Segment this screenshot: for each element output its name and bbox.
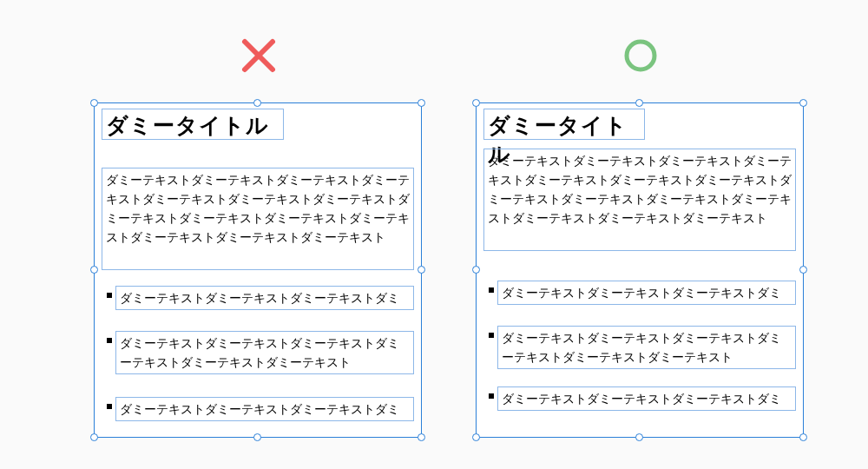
list-item-text: ダミーテキストダミーテキストダミーテキストダミーテキストダミーテキストダミーテキ… xyxy=(115,331,414,374)
resize-handle[interactable] xyxy=(472,433,480,441)
resize-handle[interactable] xyxy=(253,433,261,441)
resize-handle[interactable] xyxy=(90,433,98,441)
resize-handle[interactable] xyxy=(635,433,643,441)
title-text: ダミータイトル xyxy=(102,109,283,142)
circle-mark-icon xyxy=(621,36,660,75)
list-item-text: ダミーテキストダミーテキストダミーテキストダミーテキストダミーテキストダミーテキ… xyxy=(497,326,796,369)
resize-handle[interactable] xyxy=(253,99,261,107)
list-item-frame[interactable]: ダミーテキストダミーテキストダミーテキストダミ xyxy=(483,281,796,305)
list-item-frame[interactable]: ダミーテキストダミーテキストダミーテキストダミーテキストダミーテキストダミーテキ… xyxy=(483,326,796,369)
list-item-frame[interactable]: ダミーテキストダミーテキストダミーテキストダミ xyxy=(102,397,414,421)
resize-handle[interactable] xyxy=(418,99,425,107)
resize-handle[interactable] xyxy=(90,99,98,107)
list-item-text: ダミーテキストダミーテキストダミーテキストダミ xyxy=(497,281,796,305)
list-item-text: ダミーテキストダミーテキストダミーテキストダミ xyxy=(115,286,414,310)
title-text-frame[interactable]: ダミータイトル xyxy=(483,109,645,140)
resize-handle[interactable] xyxy=(635,99,643,107)
svg-point-2 xyxy=(627,42,654,69)
resize-handle[interactable] xyxy=(418,433,425,441)
list-item-frame[interactable]: ダミーテキストダミーテキストダミーテキストダミーテキストダミーテキストダミーテキ… xyxy=(102,331,414,374)
text-frame-bad-example[interactable]: ダミータイトル ダミーテキストダミーテキストダミーテキストダミーテキストダミーテ… xyxy=(94,102,422,438)
list-item-text: ダミーテキストダミーテキストダミーテキストダミ xyxy=(497,386,796,411)
title-text-frame[interactable]: ダミータイトル xyxy=(102,109,284,140)
body-text-frame[interactable]: ダミーテキストダミーテキストダミーテキストダミーテキストダミーテキストダミーテキ… xyxy=(483,149,796,251)
list-item-frame[interactable]: ダミーテキストダミーテキストダミーテキストダミ xyxy=(483,386,796,411)
resize-handle[interactable] xyxy=(472,266,480,274)
body-text: ダミーテキストダミーテキストダミーテキストダミーテキストダミーテキストダミーテキ… xyxy=(488,151,792,228)
body-text-frame[interactable]: ダミーテキストダミーテキストダミーテキストダミーテキストダミーテキストダミーテキ… xyxy=(102,168,414,270)
resize-handle[interactable] xyxy=(799,266,807,274)
resize-handle[interactable] xyxy=(472,99,480,107)
list-item-text: ダミーテキストダミーテキストダミーテキストダミ xyxy=(115,397,414,421)
text-frame-good-example[interactable]: ダミータイトル ダミーテキストダミーテキストダミーテキストダミーテキストダミーテ… xyxy=(476,102,804,438)
list-item-frame[interactable]: ダミーテキストダミーテキストダミーテキストダミ xyxy=(102,286,414,310)
resize-handle[interactable] xyxy=(90,266,98,274)
resize-handle[interactable] xyxy=(418,266,425,274)
resize-handle[interactable] xyxy=(799,99,807,107)
cross-mark-icon xyxy=(240,36,278,75)
design-canvas[interactable]: ダミータイトル ダミーテキストダミーテキストダミーテキストダミーテキストダミーテ… xyxy=(0,0,868,469)
resize-handle[interactable] xyxy=(799,433,807,441)
body-text: ダミーテキストダミーテキストダミーテキストダミーテキストダミーテキストダミーテキ… xyxy=(106,170,410,247)
